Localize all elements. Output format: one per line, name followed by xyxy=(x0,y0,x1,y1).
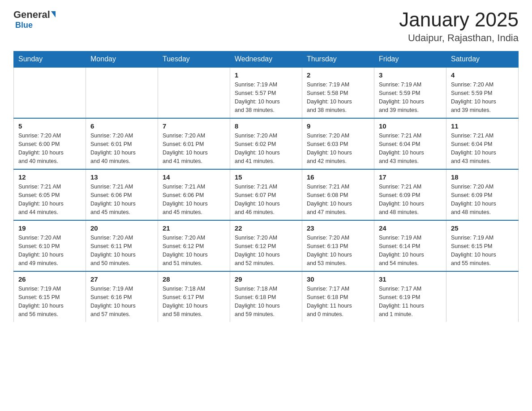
calendar-header-row: SundayMondayTuesdayWednesdayThursdayFrid… xyxy=(14,51,519,68)
calendar-cell: 16Sunrise: 7:21 AM Sunset: 6:08 PM Dayli… xyxy=(302,169,374,220)
calendar-cell: 2Sunrise: 7:19 AM Sunset: 5:58 PM Daylig… xyxy=(302,67,374,118)
calendar-cell xyxy=(86,67,158,118)
title-area: January 2025 Udaipur, Rajasthan, India xyxy=(399,9,519,44)
day-info: Sunrise: 7:20 AM Sunset: 6:13 PM Dayligh… xyxy=(307,234,369,267)
calendar-cell: 7Sunrise: 7:20 AM Sunset: 6:01 PM Daylig… xyxy=(158,118,230,169)
day-number: 2 xyxy=(307,71,369,79)
day-number: 13 xyxy=(90,173,153,181)
day-info: Sunrise: 7:21 AM Sunset: 6:04 PM Dayligh… xyxy=(379,132,442,165)
day-number: 4 xyxy=(451,71,514,79)
calendar-cell: 11Sunrise: 7:21 AM Sunset: 6:04 PM Dayli… xyxy=(446,118,519,169)
calendar-cell: 22Sunrise: 7:20 AM Sunset: 6:12 PM Dayli… xyxy=(230,220,302,271)
day-number: 7 xyxy=(163,122,225,130)
calendar-cell: 27Sunrise: 7:19 AM Sunset: 6:16 PM Dayli… xyxy=(86,271,158,322)
day-number: 24 xyxy=(379,224,442,232)
calendar-cell: 4Sunrise: 7:20 AM Sunset: 5:59 PM Daylig… xyxy=(446,67,519,118)
day-number: 27 xyxy=(90,275,153,283)
day-number: 20 xyxy=(90,224,153,232)
location-title: Udaipur, Rajasthan, India xyxy=(399,32,519,44)
calendar-cell: 5Sunrise: 7:20 AM Sunset: 6:00 PM Daylig… xyxy=(14,118,86,169)
calendar-week-row: 19Sunrise: 7:20 AM Sunset: 6:10 PM Dayli… xyxy=(14,220,519,271)
day-info: Sunrise: 7:20 AM Sunset: 6:12 PM Dayligh… xyxy=(163,234,225,267)
logo: General Blue xyxy=(13,9,56,30)
calendar-cell: 21Sunrise: 7:20 AM Sunset: 6:12 PM Dayli… xyxy=(158,220,230,271)
header-thursday: Thursday xyxy=(302,51,374,68)
day-info: Sunrise: 7:18 AM Sunset: 6:18 PM Dayligh… xyxy=(235,285,297,318)
calendar-week-row: 5Sunrise: 7:20 AM Sunset: 6:00 PM Daylig… xyxy=(14,118,519,169)
day-number: 21 xyxy=(163,224,225,232)
calendar-cell: 3Sunrise: 7:19 AM Sunset: 5:59 PM Daylig… xyxy=(374,67,446,118)
header-tuesday: Tuesday xyxy=(158,51,230,68)
calendar-cell: 30Sunrise: 7:17 AM Sunset: 6:18 PM Dayli… xyxy=(302,271,374,322)
calendar-cell: 12Sunrise: 7:21 AM Sunset: 6:05 PM Dayli… xyxy=(14,169,86,220)
day-number: 5 xyxy=(18,122,81,130)
day-info: Sunrise: 7:21 AM Sunset: 6:05 PM Dayligh… xyxy=(18,183,81,216)
day-info: Sunrise: 7:20 AM Sunset: 6:03 PM Dayligh… xyxy=(307,132,369,165)
day-number: 17 xyxy=(379,173,442,181)
day-number: 12 xyxy=(18,173,81,181)
day-number: 26 xyxy=(18,275,81,283)
day-number: 22 xyxy=(235,224,297,232)
day-number: 31 xyxy=(379,275,442,283)
calendar-cell: 15Sunrise: 7:21 AM Sunset: 6:07 PM Dayli… xyxy=(230,169,302,220)
day-info: Sunrise: 7:19 AM Sunset: 6:15 PM Dayligh… xyxy=(18,285,81,318)
day-info: Sunrise: 7:21 AM Sunset: 6:06 PM Dayligh… xyxy=(163,183,225,216)
logo-general-text: General xyxy=(13,9,50,21)
day-info: Sunrise: 7:20 AM Sunset: 6:01 PM Dayligh… xyxy=(163,132,225,165)
calendar-cell: 14Sunrise: 7:21 AM Sunset: 6:06 PM Dayli… xyxy=(158,169,230,220)
calendar-cell: 29Sunrise: 7:18 AM Sunset: 6:18 PM Dayli… xyxy=(230,271,302,322)
calendar-week-row: 1Sunrise: 7:19 AM Sunset: 5:57 PM Daylig… xyxy=(14,67,519,118)
month-title: January 2025 xyxy=(399,9,519,30)
day-info: Sunrise: 7:21 AM Sunset: 6:09 PM Dayligh… xyxy=(379,183,442,216)
calendar-cell: 28Sunrise: 7:18 AM Sunset: 6:17 PM Dayli… xyxy=(158,271,230,322)
calendar-week-row: 12Sunrise: 7:21 AM Sunset: 6:05 PM Dayli… xyxy=(14,169,519,220)
calendar-cell: 13Sunrise: 7:21 AM Sunset: 6:06 PM Dayli… xyxy=(86,169,158,220)
day-number: 18 xyxy=(451,173,514,181)
calendar-cell: 17Sunrise: 7:21 AM Sunset: 6:09 PM Dayli… xyxy=(374,169,446,220)
day-info: Sunrise: 7:17 AM Sunset: 6:18 PM Dayligh… xyxy=(307,285,369,318)
day-info: Sunrise: 7:19 AM Sunset: 5:58 PM Dayligh… xyxy=(307,81,369,114)
page-header: General Blue January 2025 Udaipur, Rajas… xyxy=(13,9,519,44)
day-number: 8 xyxy=(235,122,297,130)
calendar-cell: 6Sunrise: 7:20 AM Sunset: 6:01 PM Daylig… xyxy=(86,118,158,169)
day-info: Sunrise: 7:19 AM Sunset: 6:14 PM Dayligh… xyxy=(379,234,442,267)
calendar-cell xyxy=(158,67,230,118)
day-info: Sunrise: 7:20 AM Sunset: 6:12 PM Dayligh… xyxy=(235,234,297,267)
day-info: Sunrise: 7:19 AM Sunset: 6:15 PM Dayligh… xyxy=(451,234,514,267)
header-sunday: Sunday xyxy=(14,51,86,68)
day-number: 29 xyxy=(235,275,297,283)
day-number: 11 xyxy=(451,122,514,130)
calendar-cell xyxy=(446,271,519,322)
day-number: 10 xyxy=(379,122,442,130)
day-number: 3 xyxy=(379,71,442,79)
day-number: 14 xyxy=(163,173,225,181)
logo-blue-text: Blue xyxy=(15,21,33,30)
day-info: Sunrise: 7:18 AM Sunset: 6:17 PM Dayligh… xyxy=(163,285,225,318)
calendar-cell: 19Sunrise: 7:20 AM Sunset: 6:10 PM Dayli… xyxy=(14,220,86,271)
day-number: 1 xyxy=(235,71,297,79)
calendar-cell: 1Sunrise: 7:19 AM Sunset: 5:57 PM Daylig… xyxy=(230,67,302,118)
day-info: Sunrise: 7:19 AM Sunset: 5:59 PM Dayligh… xyxy=(379,81,442,114)
calendar-cell: 18Sunrise: 7:20 AM Sunset: 6:09 PM Dayli… xyxy=(446,169,519,220)
day-number: 6 xyxy=(90,122,153,130)
calendar-cell: 31Sunrise: 7:17 AM Sunset: 6:19 PM Dayli… xyxy=(374,271,446,322)
day-number: 9 xyxy=(307,122,369,130)
calendar-cell: 10Sunrise: 7:21 AM Sunset: 6:04 PM Dayli… xyxy=(374,118,446,169)
calendar-table: SundayMondayTuesdayWednesdayThursdayFrid… xyxy=(13,51,519,322)
calendar-cell: 24Sunrise: 7:19 AM Sunset: 6:14 PM Dayli… xyxy=(374,220,446,271)
calendar-cell: 25Sunrise: 7:19 AM Sunset: 6:15 PM Dayli… xyxy=(446,220,519,271)
day-info: Sunrise: 7:20 AM Sunset: 6:02 PM Dayligh… xyxy=(235,132,297,165)
day-number: 16 xyxy=(307,173,369,181)
calendar-cell: 8Sunrise: 7:20 AM Sunset: 6:02 PM Daylig… xyxy=(230,118,302,169)
day-info: Sunrise: 7:21 AM Sunset: 6:04 PM Dayligh… xyxy=(451,132,514,165)
day-info: Sunrise: 7:20 AM Sunset: 6:00 PM Dayligh… xyxy=(18,132,81,165)
calendar-cell: 23Sunrise: 7:20 AM Sunset: 6:13 PM Dayli… xyxy=(302,220,374,271)
day-number: 23 xyxy=(307,224,369,232)
day-info: Sunrise: 7:20 AM Sunset: 5:59 PM Dayligh… xyxy=(451,81,514,114)
day-info: Sunrise: 7:20 AM Sunset: 6:09 PM Dayligh… xyxy=(451,183,514,216)
calendar-cell: 9Sunrise: 7:20 AM Sunset: 6:03 PM Daylig… xyxy=(302,118,374,169)
calendar-cell xyxy=(14,67,86,118)
day-info: Sunrise: 7:19 AM Sunset: 5:57 PM Dayligh… xyxy=(235,81,297,114)
logo-triangle-icon xyxy=(51,11,56,17)
day-number: 19 xyxy=(18,224,81,232)
